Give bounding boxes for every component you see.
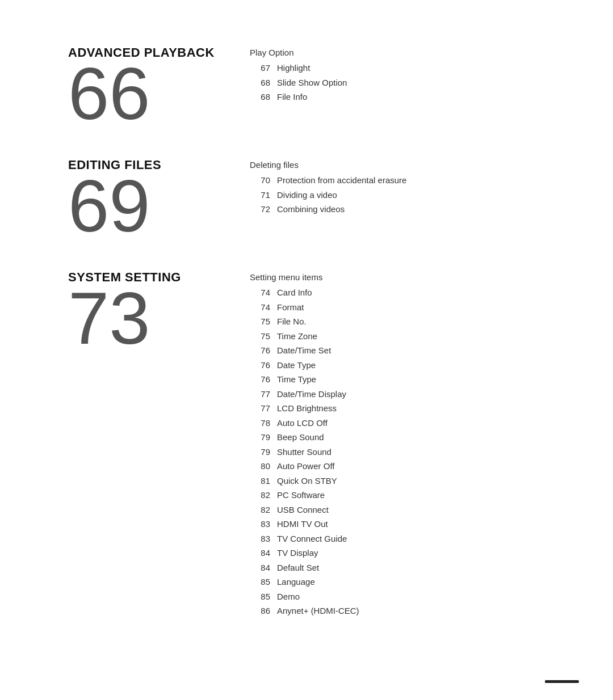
page-number: 85	[250, 575, 270, 589]
item-label: HDMI TV Out	[277, 517, 545, 532]
section-subtitle-advanced-playback: Play Option	[250, 48, 545, 57]
list-item: 77Date/Time Display	[250, 387, 545, 402]
section-left-editing-files: EDITING FILES69	[68, 158, 250, 243]
list-item: 67Highlight	[250, 61, 545, 75]
bottom-bar	[545, 680, 579, 683]
item-label: Dividing a video	[277, 188, 545, 203]
item-label: File No.	[277, 314, 545, 329]
item-label: Protection from accidental erasure	[277, 173, 545, 188]
page-number: 76	[250, 358, 270, 373]
list-item: 72Combining videos	[250, 202, 545, 217]
item-label: USB Connect	[277, 503, 545, 517]
page-number: 77	[250, 401, 270, 416]
section-left-system-setting: SYSTEM SETTING73	[68, 270, 250, 618]
list-item: 74Card Info	[250, 285, 545, 300]
page-number: 86	[250, 604, 270, 618]
item-label: Auto Power Off	[277, 459, 545, 474]
list-item: 81Quick On STBY	[250, 474, 545, 488]
item-list-advanced-playback: 67Highlight68Slide Show Option68File Inf…	[250, 61, 545, 104]
list-item: 71Dividing a video	[250, 188, 545, 203]
item-label: Demo	[277, 589, 545, 604]
item-label: Auto LCD Off	[277, 416, 545, 431]
page-number: 74	[250, 300, 270, 315]
item-label: Card Info	[277, 285, 545, 300]
list-item: 79Beep Sound	[250, 430, 545, 445]
list-item: 84Default Set	[250, 560, 545, 575]
page-number: 72	[250, 202, 270, 217]
page-number: 78	[250, 416, 270, 431]
page-number: 83	[250, 532, 270, 546]
item-label: TV Display	[277, 546, 545, 560]
item-label: Time Type	[277, 372, 545, 387]
item-label: Shutter Sound	[277, 445, 545, 459]
list-item: 83TV Connect Guide	[250, 532, 545, 546]
section-number-editing-files: 69	[68, 169, 150, 243]
section-subtitle-editing-files: Deleting files	[250, 160, 545, 170]
page-number: 68	[250, 90, 270, 104]
item-label: Highlight	[277, 61, 545, 75]
item-label: Time Zone	[277, 329, 545, 344]
item-label: Combining videos	[277, 202, 545, 217]
item-label: File Info	[277, 90, 545, 104]
list-item: 75Time Zone	[250, 329, 545, 344]
section-editing-files: EDITING FILES69Deleting files70Protectio…	[68, 158, 545, 243]
item-label: Format	[277, 300, 545, 315]
list-item: 84TV Display	[250, 546, 545, 560]
section-advanced-playback: ADVANCED PLAYBACK66Play Option67Highligh…	[68, 45, 545, 130]
list-item: 76Date/Time Set	[250, 343, 545, 358]
section-right-advanced-playback: Play Option67Highlight68Slide Show Optio…	[250, 45, 545, 130]
item-label: Date Type	[277, 358, 545, 373]
section-number-system-setting: 73	[68, 281, 150, 355]
list-item: 76Date Type	[250, 358, 545, 373]
page-number: 85	[250, 589, 270, 604]
page-container: ADVANCED PLAYBACK66Play Option67Highligh…	[0, 0, 613, 691]
section-system-setting: SYSTEM SETTING73Setting menu items74Card…	[68, 270, 545, 618]
page-number: 83	[250, 517, 270, 532]
page-number: 84	[250, 546, 270, 560]
page-number: 67	[250, 61, 270, 75]
page-number: 75	[250, 329, 270, 344]
page-number: 75	[250, 314, 270, 329]
item-label: Slide Show Option	[277, 75, 545, 90]
section-right-editing-files: Deleting files70Protection from accident…	[250, 158, 545, 243]
item-label: PC Software	[277, 488, 545, 503]
page-number: 68	[250, 75, 270, 90]
list-item: 85Language	[250, 575, 545, 589]
list-item: 68File Info	[250, 90, 545, 104]
section-right-system-setting: Setting menu items74Card Info74Format75F…	[250, 270, 545, 618]
page-number: 76	[250, 343, 270, 358]
list-item: 85Demo	[250, 589, 545, 604]
item-label: Anynet+ (HDMI-CEC)	[277, 604, 545, 618]
page-number: 70	[250, 173, 270, 188]
page-number: 84	[250, 560, 270, 575]
item-label: Date/Time Display	[277, 387, 545, 402]
list-item: 83HDMI TV Out	[250, 517, 545, 532]
page-number: 81	[250, 474, 270, 488]
list-item: 68Slide Show Option	[250, 75, 545, 90]
page-number: 79	[250, 445, 270, 459]
page-number: 77	[250, 387, 270, 402]
item-label: TV Connect Guide	[277, 532, 545, 546]
item-label: LCD Brightness	[277, 401, 545, 416]
section-number-advanced-playback: 66	[68, 57, 150, 130]
list-item: 70Protection from accidental erasure	[250, 173, 545, 188]
list-item: 80Auto Power Off	[250, 459, 545, 474]
list-item: 78Auto LCD Off	[250, 416, 545, 431]
page-number: 80	[250, 459, 270, 474]
list-item: 76Time Type	[250, 372, 545, 387]
list-item: 86Anynet+ (HDMI-CEC)	[250, 604, 545, 618]
item-label: Default Set	[277, 560, 545, 575]
item-label: Language	[277, 575, 545, 589]
item-list-system-setting: 74Card Info74Format75File No.75Time Zone…	[250, 285, 545, 618]
page-number: 79	[250, 430, 270, 445]
item-label: Date/Time Set	[277, 343, 545, 358]
list-item: 77LCD Brightness	[250, 401, 545, 416]
page-number: 76	[250, 372, 270, 387]
page-number: 71	[250, 188, 270, 203]
page-number: 82	[250, 488, 270, 503]
item-label: Beep Sound	[277, 430, 545, 445]
item-label: Quick On STBY	[277, 474, 545, 488]
section-subtitle-system-setting: Setting menu items	[250, 272, 545, 282]
list-item: 74Format	[250, 300, 545, 315]
section-left-advanced-playback: ADVANCED PLAYBACK66	[68, 45, 250, 130]
